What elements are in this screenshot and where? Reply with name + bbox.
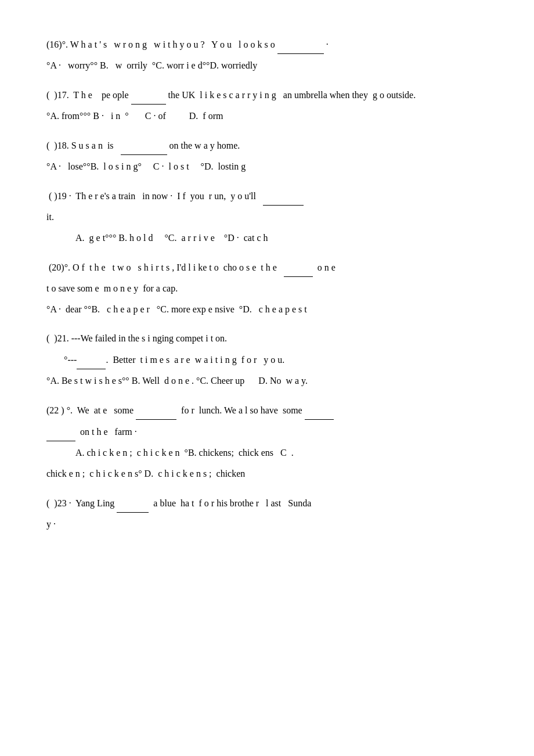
question-22: (22 ) °. We at e some fo r lunch. We a l…	[46, 401, 499, 483]
q18-blank	[121, 136, 167, 155]
q21-text1: ( )21. ---We failed in the s i nging com…	[46, 329, 499, 348]
q23-text2: y ·	[46, 515, 499, 534]
q18-prefix: ( )18. S u s a n is	[46, 141, 118, 150]
question-23: ( )23 · Yang Ling a blue ha t f o r his …	[46, 494, 499, 534]
q17-text2: the UK l i k e s c a r r y i n g an umbr…	[168, 90, 416, 100]
q18-options: °A · lose°°B. l o s i n g° C · l o s t °…	[46, 157, 499, 176]
q19-text: ( )19 · Th e r e's a train in now · I f …	[46, 186, 499, 206]
question-19: ( )19 · Th e r e's a train in now · I f …	[46, 186, 499, 247]
q22-options2: chick e n ; c h i c k e n s° D. c h i c …	[46, 465, 499, 483]
q20-text1: (20)°. O f t h e t w o s h i r t s , I'd…	[46, 258, 499, 277]
q22-text2: on t h e farm ·	[46, 422, 499, 441]
q23-text: ( )23 · Yang Ling a blue ha t f o r his …	[46, 494, 499, 513]
question-17: ( )17. T h e pe ople the UK l i k e s c …	[46, 85, 499, 125]
q23-blank	[117, 494, 149, 513]
q16-text: (16)°. W h a t ' s w r o n g w i t h y o…	[46, 35, 499, 54]
q16-number: (16)°. W h a t ' s w r o n g w i t h y o…	[46, 39, 275, 49]
q19-prefix: ( )19 · Th e r e's a train in now · I f …	[46, 191, 261, 201]
q17-options: °A. from°°° B · i n ° C · of D. f orm	[46, 107, 499, 125]
q22-blank1	[136, 401, 176, 420]
q20-blank	[284, 258, 313, 277]
question-21: ( )21. ---We failed in the s i nging com…	[46, 329, 499, 390]
q18-text: ( )18. S u s a n is on the w a y home.	[46, 136, 499, 155]
q22-options1: A. ch i c k e n ; c h i c k e n °B. chic…	[46, 444, 499, 462]
q21-text2: °--- . Better t i m e s a r e w a i t i …	[46, 350, 499, 369]
q20-options: °A · dear °°B. c h e a p e r °C. more ex…	[46, 300, 499, 319]
question-20: (20)°. O f t h e t w o s h i r t s , I'd…	[46, 258, 499, 319]
q19-text2: it.	[46, 208, 499, 226]
q21-options: °A. Be s t w i s h e s°° B. Well d o n e…	[46, 372, 499, 390]
q16-options: °A · worry°° B. w orrily °C. worr i e d°…	[46, 56, 499, 75]
q20-text2: t o save som e m o n e y for a cap.	[46, 279, 499, 298]
question-16: (16)°. W h a t ' s w r o n g w i t h y o…	[46, 35, 499, 75]
q19-blank	[263, 186, 304, 206]
q19-options: A. g e t°°° B. h o l d °C. a r r i v e °…	[46, 229, 499, 247]
q16-period: ·	[326, 39, 329, 49]
q17-prefix: ( )17. T h e pe ople	[46, 90, 129, 100]
q16-blank	[277, 35, 324, 54]
q21-blank	[77, 350, 106, 369]
q17-text: ( )17. T h e pe ople the UK l i k e s c …	[46, 85, 499, 105]
exam-content: (16)°. W h a t ' s w r o n g w i t h y o…	[46, 35, 499, 534]
q22-text1: (22 ) °. We at e some fo r lunch. We a l…	[46, 401, 499, 420]
q17-blank1	[131, 85, 166, 105]
q18-text2: on the w a y home.	[169, 141, 240, 150]
q22-blank3	[46, 422, 75, 441]
question-18: ( )18. S u s a n is on the w a y home. °…	[46, 136, 499, 176]
q22-blank2	[305, 401, 334, 420]
